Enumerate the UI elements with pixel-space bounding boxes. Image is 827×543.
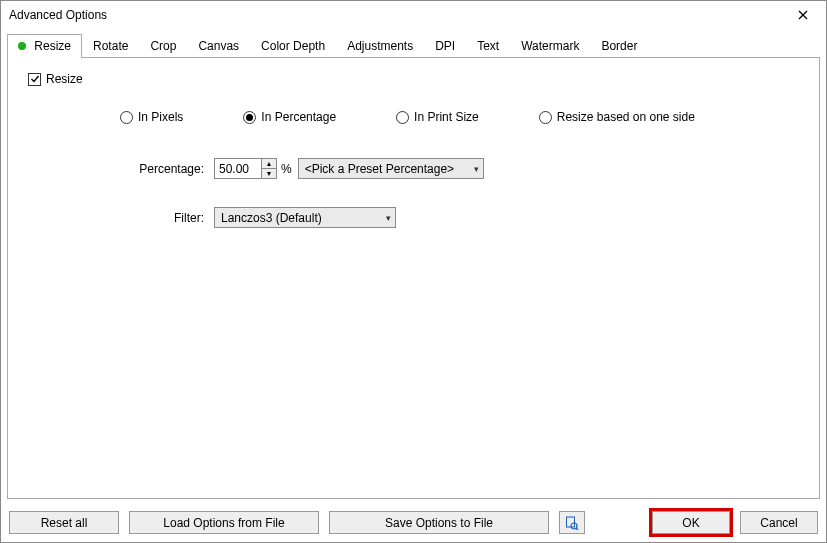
bottom-button-bar: Reset all Load Options from File Save Op… (1, 505, 826, 542)
radio-label: In Percentage (261, 110, 336, 124)
radio-label: In Pixels (138, 110, 183, 124)
enable-resize-row: Resize (28, 72, 803, 86)
titlebar: Advanced Options (1, 1, 826, 29)
tab-border[interactable]: Border (590, 34, 648, 58)
spinner-down-icon[interactable]: ▼ (262, 169, 276, 178)
percentage-input[interactable] (214, 158, 262, 179)
preview-icon (565, 516, 579, 530)
tab-watermark[interactable]: Watermark (510, 34, 590, 58)
tab-label: DPI (435, 39, 455, 53)
filter-dropdown[interactable]: Lanczos3 (Default) ▾ (214, 207, 396, 228)
chevron-down-icon: ▾ (386, 213, 391, 223)
reset-all-button[interactable]: Reset all (9, 511, 119, 534)
dropdown-value: Lanczos3 (Default) (221, 211, 322, 225)
enable-resize-checkbox[interactable] (28, 73, 41, 86)
chevron-down-icon: ▾ (474, 164, 479, 174)
tab-label: Text (477, 39, 499, 53)
filter-label: Filter: (24, 211, 214, 225)
close-button[interactable] (788, 4, 818, 26)
tab-label: Rotate (93, 39, 128, 53)
enable-resize-label: Resize (46, 72, 83, 86)
tab-crop[interactable]: Crop (139, 34, 187, 58)
active-indicator-icon (18, 42, 26, 50)
tab-rotate[interactable]: Rotate (82, 34, 139, 58)
radio-icon (539, 111, 552, 124)
dropdown-value: <Pick a Preset Percentage> (305, 162, 454, 176)
tab-adjustments[interactable]: Adjustments (336, 34, 424, 58)
radio-icon (120, 111, 133, 124)
percentage-label: Percentage: (24, 162, 214, 176)
tab-label: Border (601, 39, 637, 53)
save-options-button[interactable]: Save Options to File (329, 511, 549, 534)
window-title: Advanced Options (9, 8, 107, 22)
tab-label: Color Depth (261, 39, 325, 53)
radio-label: Resize based on one side (557, 110, 695, 124)
cancel-button[interactable]: Cancel (740, 511, 818, 534)
tab-bar: Resize Rotate Crop Canvas Color Depth Ad… (1, 29, 826, 57)
mode-in-print-size[interactable]: In Print Size (396, 110, 479, 124)
tab-label: Watermark (521, 39, 579, 53)
resize-mode-group: In Pixels In Percentage In Print Size Re… (120, 110, 803, 124)
radio-label: In Print Size (414, 110, 479, 124)
preview-button[interactable] (559, 511, 585, 534)
tab-canvas[interactable]: Canvas (187, 34, 250, 58)
tab-label: Canvas (198, 39, 239, 53)
radio-icon (396, 111, 409, 124)
mode-one-side[interactable]: Resize based on one side (539, 110, 695, 124)
mode-in-percentage[interactable]: In Percentage (243, 110, 336, 124)
ok-button[interactable]: OK (652, 511, 730, 534)
close-icon (798, 10, 808, 20)
radio-icon (243, 111, 256, 124)
percentage-row: Percentage: ▲ ▼ % <Pick a Preset Percent… (24, 158, 803, 179)
mode-in-pixels[interactable]: In Pixels (120, 110, 183, 124)
tab-text[interactable]: Text (466, 34, 510, 58)
radio-dot-icon (246, 114, 253, 121)
spinner-up-icon[interactable]: ▲ (262, 159, 276, 169)
filter-row: Filter: Lanczos3 (Default) ▾ (24, 207, 803, 228)
percentage-spinner[interactable]: ▲ ▼ (261, 158, 277, 179)
tab-label: Adjustments (347, 39, 413, 53)
percentage-unit: % (281, 162, 292, 176)
preset-percentage-dropdown[interactable]: <Pick a Preset Percentage> ▾ (298, 158, 484, 179)
tab-dpi[interactable]: DPI (424, 34, 466, 58)
tab-resize[interactable]: Resize (7, 34, 82, 58)
load-options-button[interactable]: Load Options from File (129, 511, 319, 534)
tab-label: Resize (34, 39, 71, 53)
tab-color-depth[interactable]: Color Depth (250, 34, 336, 58)
tab-content-resize: Resize In Pixels In Percentage In Print … (7, 57, 820, 499)
advanced-options-window: Advanced Options Resize Rotate Crop Canv… (0, 0, 827, 543)
check-icon (30, 74, 40, 84)
svg-line-4 (576, 528, 578, 530)
tab-label: Crop (150, 39, 176, 53)
